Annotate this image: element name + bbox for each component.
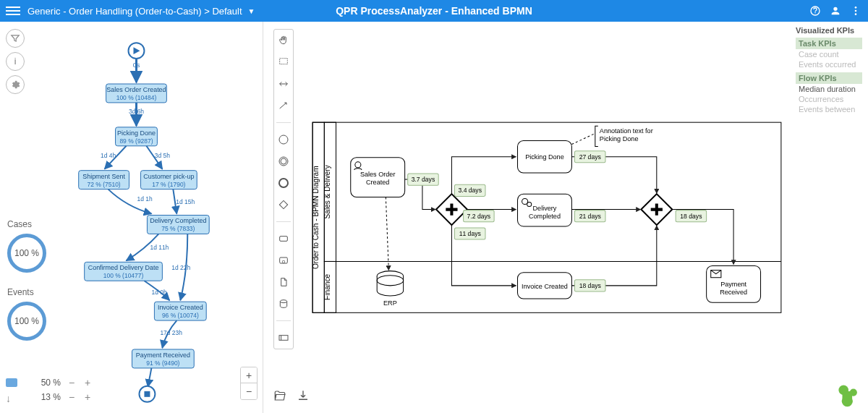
task-picking-done[interactable]: Picking Done	[518, 140, 572, 173]
svg-text:100 % (10484): 100 % (10484)	[116, 94, 157, 101]
end-event-icon[interactable]	[277, 176, 290, 190]
task-payment-received[interactable]: Payment Received	[707, 266, 761, 303]
app-header: Generic - Order Handling (Order-to-Cash)…	[0, 0, 868, 22]
svg-text:ERP: ERP	[383, 299, 397, 307]
node-invoice-created[interactable]: Invoice Created 96 % (10074)	[154, 302, 206, 320]
bar-icon	[6, 378, 17, 387]
folder-open-icon[interactable]	[273, 389, 286, 404]
arrow-down-icon: ↓	[6, 393, 17, 401]
node-delivery-completed[interactable]: Delivery Completed 75 % (7833)	[147, 216, 209, 234]
svg-text:Customer pick-up: Customer pick-up	[143, 173, 194, 180]
bpmn-canvas[interactable]: Order to Cash - BPMN Diagram Sales & Del…	[305, 29, 788, 377]
svg-text:Finance: Finance	[323, 274, 331, 300]
svg-text:3.7 days: 3.7 days	[412, 176, 435, 183]
zoom-in-left[interactable]: +	[241, 367, 257, 383]
svg-point-50	[279, 179, 288, 187]
start-event-icon[interactable]	[277, 133, 290, 146]
space-tool-icon[interactable]	[277, 77, 290, 90]
svg-point-2	[855, 13, 857, 15]
data-object-icon[interactable]	[277, 276, 290, 289]
svg-text:27 days: 27 days	[579, 153, 601, 161]
lasso-tool-icon[interactable]	[277, 56, 290, 69]
chevron-down-icon: ▼	[248, 7, 255, 15]
legend-item[interactable]: Median duration	[796, 84, 862, 94]
zoom-out-left[interactable]: −	[241, 383, 257, 399]
svg-text:Delivery: Delivery	[533, 205, 557, 212]
slider-nodes: 50 % − +	[6, 377, 93, 388]
svg-text:3d 6h: 3d 6h	[129, 108, 144, 115]
task-sales-order[interactable]: Sales Order Created	[351, 158, 405, 197]
node-sales-order-created[interactable]: Sales Order Created 100 % (10484)	[106, 84, 167, 103]
svg-rect-54	[283, 261, 285, 263]
pool-icon[interactable]	[277, 331, 290, 344]
legend-item[interactable]: Occurrences	[796, 94, 862, 104]
legend-item[interactable]: Events between	[796, 104, 862, 114]
bpmn-palette	[273, 29, 294, 349]
kpi-cases: Cases 100 %	[7, 219, 46, 273]
svg-text:Annotation text for: Annotation text for	[600, 127, 653, 135]
node-confirmed-delivery[interactable]: Confirmed Delivery Date 100 % (10477)	[85, 262, 163, 281]
svg-text:75 % (7833): 75 % (7833)	[161, 225, 195, 232]
node-payment-received[interactable]: Payment Received 91 % (9490)	[132, 349, 194, 368]
decrease-edges[interactable]: −	[67, 391, 77, 403]
increase-nodes[interactable]: +	[82, 377, 93, 388]
legend-item[interactable]: Case count	[796, 49, 862, 59]
gateway-merge[interactable]	[641, 194, 672, 225]
gateway-icon[interactable]	[277, 198, 290, 211]
svg-text:Order to Cash - BPMN Diagram: Order to Cash - BPMN Diagram	[312, 166, 320, 269]
data-store-icon[interactable]	[277, 297, 290, 310]
svg-text:3.4 days: 3.4 days	[458, 187, 482, 194]
user-icon[interactable]	[829, 4, 842, 17]
subprocess-icon[interactable]	[277, 254, 290, 267]
node-picking-done[interactable]: Picking Done 89 % (9287)	[116, 127, 158, 146]
svg-text:1d 1h: 1d 1h	[137, 195, 152, 203]
svg-point-47	[279, 135, 288, 144]
svg-text:Sales Order: Sales Order	[360, 171, 396, 178]
hand-tool-icon[interactable]	[277, 34, 290, 47]
svg-rect-45	[144, 391, 150, 397]
page-title: QPR ProcessAnalyzer - Enhanced BPMN	[336, 5, 532, 17]
svg-text:17 % (1790): 17 % (1790)	[152, 181, 185, 188]
download-icon[interactable]	[297, 389, 310, 404]
flow-start[interactable]	[129, 43, 145, 59]
svg-text:91 % (9490): 91 % (9490)	[146, 359, 179, 367]
logo-icon	[836, 383, 861, 407]
svg-text:7.2 days: 7.2 days	[467, 213, 491, 220]
svg-text:1d 4h: 1d 4h	[101, 152, 116, 159]
intermediate-event-icon[interactable]	[277, 155, 290, 168]
svg-text:Shipment Sent: Shipment Sent	[82, 173, 125, 180]
svg-rect-46	[280, 59, 288, 64]
svg-text:1d 22h: 1d 22h	[171, 264, 190, 271]
node-shipment-sent[interactable]: Shipment Sent 72 % (7510)	[79, 171, 129, 190]
help-icon[interactable]	[809, 4, 822, 17]
connect-tool-icon[interactable]	[277, 99, 290, 112]
task-invoice-created[interactable]: Invoice Created	[518, 273, 572, 299]
svg-point-49	[281, 158, 286, 164]
gateway-split[interactable]	[436, 194, 467, 225]
flow-end[interactable]	[139, 386, 155, 402]
node-customer-pickup[interactable]: Customer pick-up 17 % (1790)	[140, 171, 197, 190]
svg-rect-52	[280, 237, 288, 242]
svg-text:Confirmed Delivery Date: Confirmed Delivery Date	[88, 264, 159, 271]
slider-edges: ↓ 13 % − +	[6, 391, 93, 403]
task-delivery-completed[interactable]: Delivery Completed	[518, 194, 572, 226]
decrease-nodes[interactable]: −	[67, 377, 77, 388]
svg-text:Sales Order Created: Sales Order Created	[106, 86, 166, 93]
svg-text:Picking Done: Picking Done	[117, 129, 156, 137]
bpmn-annotation[interactable]: Annotation text for Picking Done	[571, 126, 652, 146]
breadcrumb[interactable]: Generic - Order Handling (Order-to-Cash)…	[27, 6, 255, 17]
svg-text:100 % (10477): 100 % (10477)	[103, 272, 144, 279]
data-store-erp[interactable]: ERP	[377, 271, 403, 307]
more-icon[interactable]	[849, 4, 862, 17]
kpi-events: Events 100 %	[7, 287, 46, 341]
svg-text:Completed: Completed	[529, 213, 561, 220]
left-panel: i 0s Sales Order Created 1	[0, 22, 263, 413]
left-zoom: + −	[240, 367, 258, 400]
svg-text:Invoice Created: Invoice Created	[522, 283, 568, 290]
legend-item[interactable]: Events occurred	[796, 59, 862, 69]
menu-icon[interactable]	[6, 4, 20, 18]
svg-text:1d 15h: 1d 15h	[176, 198, 195, 205]
svg-text:Picking Done: Picking Done	[600, 135, 639, 142]
task-icon[interactable]	[277, 232, 290, 245]
increase-edges[interactable]: +	[82, 391, 93, 403]
